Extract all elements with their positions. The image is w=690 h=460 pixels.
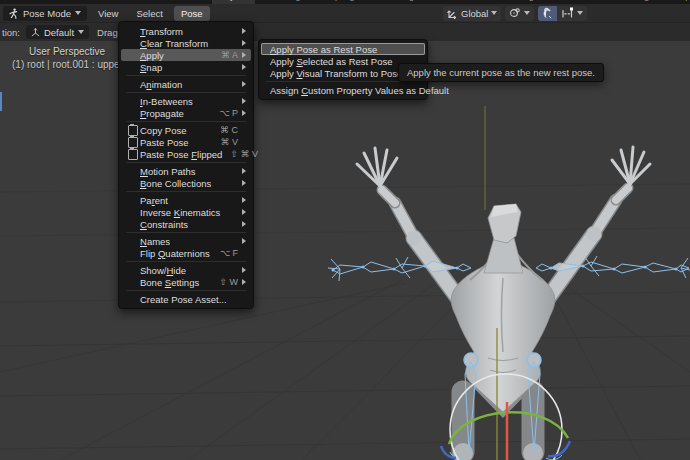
menu-item-snap[interactable]: Snap xyxy=(121,61,251,73)
menu-item-motion-paths[interactable]: Motion Paths xyxy=(121,165,251,177)
orientation-axes-icon xyxy=(447,8,458,19)
chevron-down-icon xyxy=(75,11,81,15)
submenu-arrow-icon xyxy=(238,28,246,34)
snap-target-dropdown[interactable] xyxy=(557,6,587,21)
mode-dropdown[interactable]: Pose Mode xyxy=(3,6,87,21)
menu-item-label: Propagate xyxy=(140,108,211,119)
menu-item-shortcut: ⌘ C xyxy=(220,125,238,135)
orientation-value: Global xyxy=(461,8,488,19)
snap-magnet-toggle[interactable] xyxy=(538,6,557,21)
menu-item-label: Snap xyxy=(140,62,230,73)
menu-separator xyxy=(126,162,246,163)
submenu-arrow-icon xyxy=(238,110,246,116)
menu-item-paste-pose[interactable]: Paste Pose⌘ V xyxy=(121,136,251,148)
menu-item-label: Inverse Kinematics xyxy=(140,207,230,218)
menu-separator xyxy=(126,191,246,192)
menu-item-label: Motion Paths xyxy=(140,166,230,177)
viewport-grid xyxy=(0,184,690,460)
menu-separator xyxy=(126,261,246,262)
menu-item-animation[interactable]: Animation xyxy=(121,78,251,90)
menu-item-shortcut: ⌘ V xyxy=(220,137,238,147)
header-menu-select[interactable]: Select xyxy=(129,6,169,21)
menu-item-bone-collections[interactable]: Bone Collections xyxy=(121,177,251,189)
submenu-arrow-icon xyxy=(238,81,246,87)
menu-item-label: Clear Transform xyxy=(140,38,230,49)
mode-label: Pose Mode xyxy=(23,8,71,19)
menu-item-label: Constraints xyxy=(140,219,230,230)
menu-item-label: Apply Visual Transform to Pose xyxy=(270,68,404,79)
pivot-point-dropdown[interactable] xyxy=(505,6,534,21)
menu-separator xyxy=(266,81,420,82)
snap-target-icon xyxy=(561,7,574,19)
header-menu-view[interactable]: View xyxy=(91,6,125,21)
pose-menu-panel: TransformClear TransformApply⌘ ASnapAnim… xyxy=(118,21,254,309)
menu-item-parent[interactable]: Parent xyxy=(121,194,251,206)
menu-item-apply-pose-as-rest-pose[interactable]: Apply Pose as Rest Pose xyxy=(261,43,425,55)
submenu-arrow-icon xyxy=(238,267,246,273)
menu-item-create-pose-asset[interactable]: Create Pose Asset... xyxy=(121,293,251,305)
menu-item-label: Names xyxy=(140,236,230,247)
pose-mode-icon xyxy=(9,8,19,19)
submenu-arrow-icon xyxy=(238,238,246,244)
selection-edge-sliver xyxy=(0,92,2,111)
menu-item-bone-settings[interactable]: Bone Settings⇧ W xyxy=(121,276,251,288)
submenu-arrow-icon xyxy=(238,52,246,58)
menu-item-label: Paste Pose Flipped xyxy=(140,149,222,160)
menu-item-shortcut: ⌘ A xyxy=(221,50,238,60)
menu-separator xyxy=(126,290,246,291)
submenu-arrow-icon xyxy=(238,279,246,285)
menu-item-label: Assign Custom Property Values as Default xyxy=(270,85,449,96)
menu-item-label: Apply Selected as Rest Pose xyxy=(270,56,404,67)
axes-small-icon xyxy=(31,28,40,37)
chevron-down-icon xyxy=(78,30,84,34)
menu-item-label: Flip Quaternions xyxy=(140,248,212,259)
viewport-header: Pose Mode ViewSelectPose Global xyxy=(0,4,690,22)
menu-item-apply[interactable]: Apply⌘ A xyxy=(121,49,251,61)
menu-item-assign-custom-property-values-as-default[interactable]: Assign Custom Property Values as Default xyxy=(261,84,425,96)
menu-item-label: Copy Pose xyxy=(140,125,212,136)
menu-item-label: Animation xyxy=(140,79,230,90)
drag-label: Drag: xyxy=(97,27,120,38)
menu-item-inverse-kinematics[interactable]: Inverse Kinematics xyxy=(121,206,251,218)
menu-item-transform[interactable]: Transform xyxy=(121,25,251,37)
viewport-3d[interactable]: User Perspective (1) root | root.001 : u… xyxy=(0,40,690,460)
menu-item-label: In-Betweens xyxy=(140,96,230,107)
header-menu-pose[interactable]: Pose xyxy=(174,6,210,21)
menu-item-propagate[interactable]: Propagate⌥ P xyxy=(121,107,251,119)
submenu-arrow-icon xyxy=(238,168,246,174)
menu-item-clear-transform[interactable]: Clear Transform xyxy=(121,37,251,49)
menu-item-in-betweens[interactable]: In-Betweens xyxy=(121,95,251,107)
menu-item-show-hide[interactable]: Show/Hide xyxy=(121,264,251,276)
chevron-down-icon xyxy=(577,11,583,15)
menu-separator xyxy=(126,92,246,93)
magnet-icon xyxy=(542,7,553,19)
menu-item-label: Apply xyxy=(140,50,213,61)
menu-item-flip-quaternions[interactable]: Flip Quaternions⌥ F xyxy=(121,247,251,259)
menu-item-label: Bone Collections xyxy=(140,178,230,189)
menu-separator xyxy=(126,232,246,233)
menu-item-label: Transform xyxy=(140,26,230,37)
submenu-arrow-icon xyxy=(238,40,246,46)
chevron-down-icon xyxy=(524,11,530,15)
menu-item-names[interactable]: Names xyxy=(121,235,251,247)
viewport-perspective-label: User Perspective xyxy=(29,46,105,57)
pivot-point-icon xyxy=(509,7,521,19)
menu-item-label: Show/Hide xyxy=(140,265,230,276)
menu-item-shortcut: ⌥ P xyxy=(219,108,238,118)
menu-item-label: Bone Settings xyxy=(140,277,211,288)
menu-item-constraints[interactable]: Constraints xyxy=(121,218,251,230)
menu-item-paste-pose-flipped[interactable]: Paste Pose Flipped⇧ ⌘ V xyxy=(121,148,251,160)
menu-item-label: Create Pose Asset... xyxy=(140,294,230,305)
orientation-prefix-label: tion: xyxy=(2,27,20,38)
menu-item-label: Paste Pose xyxy=(140,137,212,148)
tool-orientation-dropdown[interactable]: Default xyxy=(26,25,89,39)
menu-item-label: Parent xyxy=(140,195,230,206)
blender-window: LayoutModelingSculptingUV EditingTexture… xyxy=(0,0,690,460)
menu-item-copy-pose[interactable]: Copy Pose⌘ C xyxy=(121,124,251,136)
submenu-arrow-icon xyxy=(238,209,246,215)
transform-orientation-dropdown[interactable]: Global xyxy=(443,6,501,21)
menu-item-shortcut: ⇧ ⌘ V xyxy=(230,149,258,159)
copy-pose-icon xyxy=(128,125,138,136)
submenu-arrow-icon xyxy=(238,221,246,227)
menu-item-shortcut: ⇧ W xyxy=(219,277,238,287)
